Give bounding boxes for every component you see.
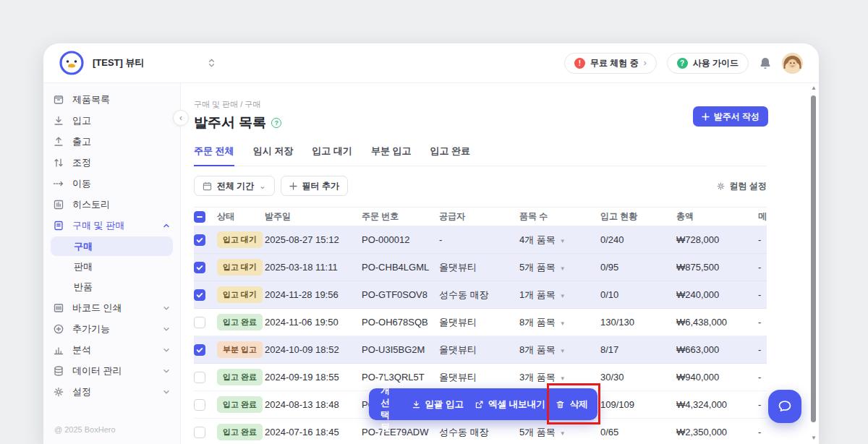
- supplier: 올댓뷰티: [439, 343, 519, 357]
- help-icon[interactable]: ?: [271, 118, 281, 128]
- receive-progress: 0/65: [600, 427, 676, 437]
- receive-progress: 8/17: [600, 344, 676, 355]
- column-header[interactable]: 상태: [217, 210, 265, 223]
- sidebar-item-label: 출고: [72, 135, 91, 148]
- item-count-dropdown[interactable]: 4개 품목▼: [519, 234, 600, 247]
- vertical-scrollbar[interactable]: ▲ ▼: [810, 85, 817, 441]
- receive-progress: 30/30: [600, 372, 676, 383]
- receive-progress: 0/10: [600, 289, 676, 300]
- column-header[interactable]: 메: [758, 210, 767, 223]
- status-badge: 입고 대기: [217, 286, 263, 303]
- item-count-dropdown[interactable]: 1개 품목▼: [519, 289, 600, 302]
- item-count-dropdown[interactable]: 8개 품목▼: [519, 343, 600, 357]
- total-amount: ₩940,000: [676, 372, 758, 383]
- scroll-down-icon[interactable]: ▼: [811, 435, 817, 441]
- sidebar-item[interactable]: 출고: [43, 131, 180, 152]
- table-row[interactable]: 입고 대기2025-03-18 11:11PO-CHB4LGML올댓뷰티5개 품…: [194, 254, 767, 281]
- row-checkbox[interactable]: [194, 372, 205, 383]
- free-trial-button[interactable]: ! 무료 체험 중 ›: [564, 53, 657, 74]
- tab[interactable]: 입고 대기: [312, 145, 352, 166]
- scroll-up-icon[interactable]: ▲: [811, 85, 817, 91]
- user-avatar[interactable]: [782, 53, 803, 74]
- chevron-down-icon: ▼: [560, 238, 566, 244]
- sidebar-item[interactable]: 입고: [43, 110, 180, 131]
- app-window: [TEST] 뷰티 ! 무료 체험 중 › ? 사용 가이드: [43, 43, 819, 444]
- column-settings-button[interactable]: 컬럼 설정: [716, 180, 767, 192]
- item-count-dropdown[interactable]: 5개 품목▼: [519, 261, 600, 274]
- total-amount: ₩728,000: [676, 234, 758, 245]
- breadcrumb: 구매 및 판매 / 구매: [194, 99, 767, 110]
- table-header-row: 상태발주일주문 번호공급자품목 수입고 현황총액메: [194, 207, 767, 226]
- sidebar-item[interactable]: 설정: [43, 381, 180, 402]
- sidebar-subitem[interactable]: 구매: [51, 236, 173, 256]
- table-row[interactable]: 입고 완료2024-09-19 18:55PO-7L3QRL5T올댓뷰티3개 품…: [194, 364, 767, 391]
- table-row[interactable]: 입고 대기2025-08-27 15:12PO-000012-4개 품목▼0/2…: [194, 226, 767, 254]
- box-icon: [53, 94, 64, 106]
- add-filter-button[interactable]: 필터 추가: [281, 176, 348, 196]
- period-filter-label: 전체 기간: [217, 180, 254, 192]
- sidebar-subitem[interactable]: 반품: [51, 277, 173, 296]
- order-number: PO-000012: [362, 234, 439, 245]
- sidebar-item[interactable]: 이동: [43, 173, 180, 194]
- scrollbar-thumb[interactable]: [811, 95, 816, 422]
- order-date: 2024-09-19 18:55: [265, 372, 362, 383]
- sidebar-subitem[interactable]: 판매: [51, 257, 173, 276]
- tab[interactable]: 주문 전체: [194, 145, 234, 166]
- tab[interactable]: 부분 입고: [371, 145, 412, 166]
- row-checkbox[interactable]: [194, 234, 205, 246]
- table-row[interactable]: 입고 대기2024-11-28 19:56PO-GTF0SOV8성수동 매장1개…: [194, 281, 767, 309]
- sidebar-item[interactable]: 데이터 관리: [43, 360, 180, 381]
- sidebar-item-label: 바코드 인쇄: [72, 302, 122, 315]
- notification-bell-icon[interactable]: [759, 56, 772, 70]
- sidebar: 제품목록입고출고조정이동히스토리구매 및 판매구매판매반품바코드 인쇄추가기능분…: [43, 83, 181, 444]
- table-row[interactable]: 부분 입고2024-10-09 18:52PO-U3I5BG2M올댓뷰티8개 품…: [194, 336, 767, 364]
- sidebar-item[interactable]: 분석: [43, 339, 180, 360]
- delete-button[interactable]: 삭제: [556, 398, 587, 411]
- sidebar-item[interactable]: 히스토리: [43, 194, 180, 215]
- column-header[interactable]: 입고 현황: [600, 210, 676, 223]
- status-badge: 입고 대기: [217, 231, 263, 248]
- sidebar-item[interactable]: 구매 및 판매: [43, 215, 180, 236]
- workspace-name[interactable]: [TEST] 뷰티: [93, 56, 145, 69]
- column-header[interactable]: 공급자: [439, 210, 519, 223]
- sidebar-item[interactable]: 바코드 인쇄: [43, 297, 180, 318]
- sidebar-item[interactable]: 제품목록: [43, 89, 180, 110]
- page-title: 발주서 목록: [194, 114, 266, 132]
- row-checkbox[interactable]: [194, 317, 205, 328]
- item-count-dropdown[interactable]: 5개 품목▼: [519, 426, 600, 439]
- chat-launcher-button[interactable]: [768, 390, 801, 423]
- total-amount: ₩875,500: [676, 262, 758, 273]
- status-badge: 입고 완료: [217, 369, 263, 385]
- column-header[interactable]: 품목 수: [519, 210, 600, 223]
- item-count-dropdown[interactable]: 3개 품목▼: [519, 371, 600, 384]
- row-checkbox[interactable]: [194, 262, 205, 273]
- sidebar-item-label: 구매 및 판매: [72, 219, 124, 232]
- chevron-down-icon: [163, 304, 170, 312]
- row-checkbox[interactable]: [194, 399, 205, 411]
- column-header[interactable]: 발주일: [265, 210, 362, 223]
- table-row[interactable]: 입고 완료2024-07-16 18:45PO-7EE79ADW성수동 매장5개…: [194, 419, 767, 444]
- column-header[interactable]: 총액: [676, 210, 758, 223]
- period-filter-dropdown[interactable]: 전체 기간 ⌄: [194, 176, 275, 196]
- row-checkbox[interactable]: [194, 289, 205, 301]
- tab[interactable]: 입고 완료: [430, 145, 471, 166]
- column-header[interactable]: 주문 번호: [362, 210, 439, 223]
- row-checkbox[interactable]: [194, 427, 205, 438]
- sidebar-item[interactable]: 조정: [43, 152, 180, 173]
- tab[interactable]: 임시 저장: [253, 145, 294, 166]
- select-all-checkbox[interactable]: [194, 211, 205, 223]
- export-excel-button[interactable]: 엑셀 내보내기: [475, 398, 545, 411]
- chevron-down-icon: [163, 346, 170, 354]
- create-purchase-order-button[interactable]: 발주서 작성: [693, 106, 768, 127]
- sidebar-collapse-button[interactable]: ‹: [173, 110, 189, 126]
- sidebar-item[interactable]: 추가기능: [43, 318, 180, 339]
- item-count-dropdown[interactable]: 8개 품목▼: [519, 316, 600, 329]
- table-row[interactable]: 입고 완료2024-11-06 19:50PO-OH678SQB올댓뷰티8개 품…: [194, 309, 767, 336]
- row-checkbox[interactable]: [194, 344, 205, 356]
- workspace-switcher-icon[interactable]: [208, 59, 215, 67]
- sidebar-item-label: 분석: [72, 343, 91, 357]
- status-badge: 입고 완료: [217, 314, 263, 330]
- bulk-receive-button[interactable]: 일괄 입고: [412, 398, 464, 411]
- user-guide-button[interactable]: ? 사용 가이드: [667, 53, 749, 74]
- order-date: 2024-08-13 18:48: [265, 399, 362, 410]
